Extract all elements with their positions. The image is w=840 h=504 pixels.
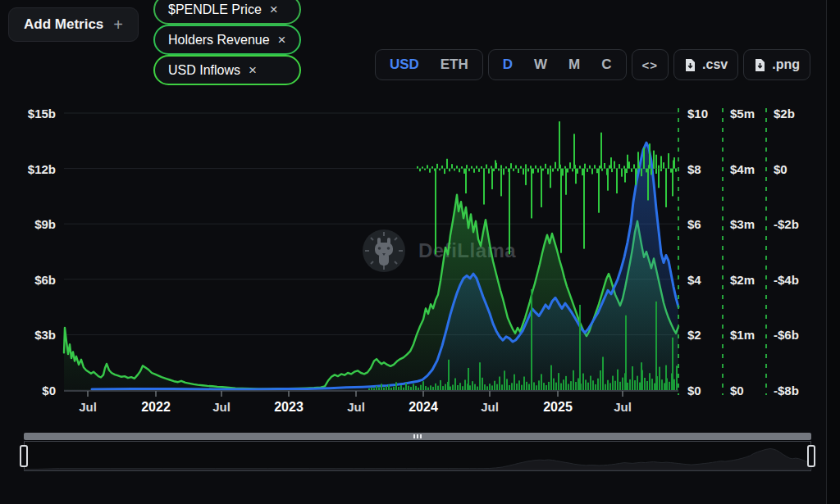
brush-handle-right[interactable] bbox=[807, 445, 815, 467]
holders-revenue-bar bbox=[560, 384, 562, 390]
holders-revenue-bar bbox=[617, 370, 619, 390]
holders-revenue-bar bbox=[597, 379, 599, 390]
usd-inflows-spike-bar bbox=[655, 155, 657, 169]
usd-inflows-bar bbox=[525, 164, 527, 168]
usd-inflows-bar bbox=[439, 169, 441, 170]
usd-inflows-bar bbox=[486, 165, 487, 169]
main-chart-plot[interactable] bbox=[0, 0, 840, 504]
usd-inflows-bar bbox=[611, 169, 613, 172]
usd-inflows-bar bbox=[488, 169, 490, 174]
x-axis-label: Jul bbox=[347, 400, 365, 414]
holders-revenue-bar bbox=[573, 370, 574, 390]
x-axis-label: Jul bbox=[79, 400, 97, 414]
usd-inflows-bar bbox=[461, 166, 463, 168]
brush-handle-left[interactable] bbox=[20, 445, 28, 467]
usd-inflows-bar bbox=[429, 169, 431, 173]
usd-inflows-bar bbox=[579, 166, 581, 168]
holders-revenue-bar bbox=[565, 376, 567, 390]
holders-revenue-bar bbox=[629, 379, 631, 390]
holders-revenue-bar bbox=[386, 386, 387, 390]
usd-inflows-bar bbox=[601, 169, 603, 171]
holders-revenue-bar bbox=[440, 380, 441, 390]
usd-inflows-spike-bar bbox=[607, 169, 609, 191]
holders-revenue-spike-bar bbox=[579, 305, 581, 390]
usd-inflows-spike-bar bbox=[673, 157, 675, 169]
holders-revenue-bar bbox=[536, 385, 537, 390]
holders-revenue-bar bbox=[568, 384, 569, 390]
holders-revenue-bar bbox=[408, 386, 409, 390]
holders-revenue-bar bbox=[514, 375, 515, 390]
holders-revenue-bar bbox=[553, 379, 555, 390]
usd-inflows-spike-bar bbox=[560, 169, 562, 253]
holders-revenue-bar bbox=[445, 384, 446, 390]
holders-revenue-spike-bar bbox=[448, 360, 450, 390]
usd-inflows-bar bbox=[562, 169, 564, 176]
y-axis-label-inflows: -$8b bbox=[774, 384, 799, 397]
holders-revenue-bar bbox=[420, 385, 422, 390]
usd-inflows-bar bbox=[527, 169, 529, 172]
holders-revenue-bar bbox=[376, 386, 377, 390]
holders-revenue-bar bbox=[509, 385, 510, 390]
holders-revenue-bar bbox=[422, 381, 424, 390]
usd-inflows-bar bbox=[623, 166, 625, 168]
x-axis-label: 2023 bbox=[274, 400, 304, 415]
usd-inflows-bar bbox=[555, 162, 556, 169]
y-axis-label-left: $9b bbox=[34, 217, 56, 231]
holders-revenue-bar bbox=[430, 385, 431, 390]
holders-revenue-bar bbox=[605, 384, 606, 390]
brush-minimap[interactable] bbox=[24, 441, 811, 471]
usd-inflows-spike-bar bbox=[600, 133, 602, 169]
usd-inflows-bar bbox=[473, 169, 475, 173]
holders-revenue-bar bbox=[654, 384, 655, 390]
holders-revenue-bar bbox=[585, 379, 587, 390]
usd-inflows-spike-bar bbox=[483, 169, 485, 205]
holders-revenue-bar bbox=[634, 380, 636, 390]
holders-revenue-bar bbox=[622, 378, 623, 390]
usd-inflows-spike-bar bbox=[435, 169, 436, 255]
usd-inflows-bar bbox=[596, 169, 598, 174]
usd-inflows-spike-bar bbox=[653, 151, 655, 169]
usd-inflows-bar bbox=[463, 169, 465, 174]
holders-revenue-bar bbox=[459, 383, 461, 390]
usd-inflows-bar bbox=[614, 161, 615, 169]
holders-revenue-bar bbox=[398, 387, 399, 390]
holders-revenue-bar bbox=[555, 383, 557, 390]
usd-inflows-bar bbox=[670, 169, 672, 173]
holders-revenue-bar bbox=[462, 386, 463, 390]
holders-revenue-bar bbox=[474, 384, 476, 390]
holders-revenue-bar bbox=[437, 386, 439, 390]
holders-revenue-bar bbox=[523, 377, 525, 390]
usd-inflows-bar bbox=[550, 166, 551, 169]
holders-revenue-bar bbox=[477, 387, 478, 390]
usd-inflows-spike-bar bbox=[660, 156, 662, 168]
holders-revenue-bar bbox=[595, 384, 596, 390]
y-axis-label-inflows: $2b bbox=[774, 107, 795, 120]
usd-inflows-bar bbox=[424, 169, 426, 170]
holders-revenue-bar bbox=[381, 384, 382, 390]
holders-revenue-bar bbox=[427, 388, 429, 390]
holders-revenue-bar bbox=[543, 383, 545, 390]
usd-inflows-bar bbox=[587, 169, 588, 172]
holders-revenue-spike-bar bbox=[550, 366, 552, 390]
usd-inflows-bar bbox=[547, 169, 549, 175]
holders-revenue-bar bbox=[516, 384, 518, 390]
brush-scrollbar[interactable] bbox=[24, 433, 811, 440]
usd-inflows-bar bbox=[500, 165, 502, 168]
holders-revenue-bar bbox=[619, 382, 621, 390]
holders-revenue-bar bbox=[533, 382, 535, 390]
holders-revenue-spike-bar bbox=[655, 302, 657, 390]
holders-revenue-bar bbox=[457, 385, 459, 390]
usd-inflows-spike-bar bbox=[616, 169, 618, 193]
y-axis-label-left: $3b bbox=[34, 328, 56, 342]
holders-revenue-bar bbox=[464, 379, 466, 390]
usd-inflows-bar bbox=[513, 169, 514, 171]
holders-revenue-bar bbox=[627, 383, 628, 390]
y-axis-label-price: $6 bbox=[687, 217, 701, 231]
usd-inflows-bar bbox=[655, 169, 657, 174]
holders-revenue-bar bbox=[450, 387, 451, 390]
x-axis-label: Jul bbox=[481, 400, 499, 414]
usd-inflows-spike-bar bbox=[500, 169, 502, 197]
holders-revenue-bar bbox=[592, 380, 594, 390]
holders-revenue-bar bbox=[518, 380, 520, 390]
y-axis-label-inflows: -$4b bbox=[774, 272, 799, 286]
